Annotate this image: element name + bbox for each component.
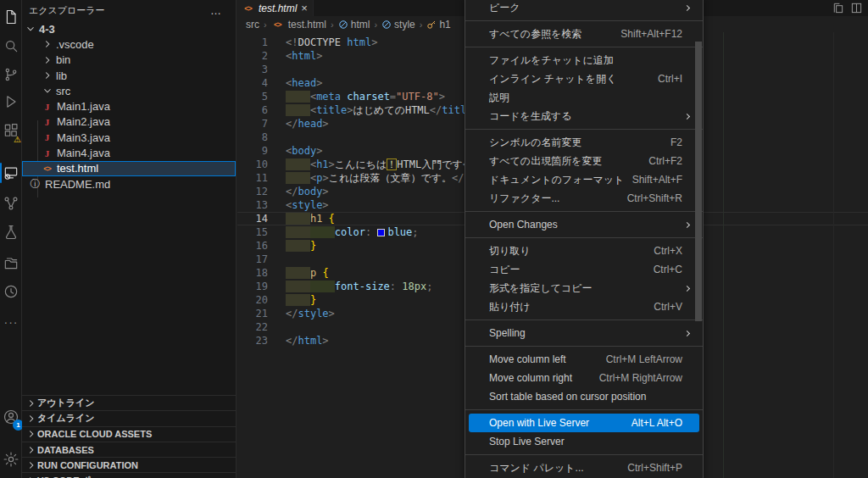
menu-item-[interactable]: 説明: [465, 88, 703, 107]
breadcrumb-separator: ›: [326, 19, 338, 30]
menu-item-move-column-right[interactable]: Move column rightCtrl+M RightArrow: [465, 369, 703, 387]
menu-item-[interactable]: すべての出現箇所を変更Ctrl+F2: [465, 152, 703, 170]
activity-bar: ⚠···1: [0, 0, 22, 478]
menu-item-[interactable]: 貼り付けCtrl+V: [465, 297, 703, 316]
tree-item-lib[interactable]: lib: [22, 68, 236, 83]
menu-item-sort-table-based-on-cursor-position[interactable]: Sort table based on cursor position: [465, 387, 703, 406]
extensions-icon[interactable]: ⚠: [0, 119, 22, 142]
menu-separator: [465, 454, 703, 455]
menu-item-[interactable]: リファクター...Ctrl+Shift+R: [465, 189, 703, 208]
tree-item-bin[interactable]: bin: [22, 53, 236, 68]
account-icon[interactable]: 1: [0, 405, 22, 429]
tab-close-icon[interactable]: ×: [299, 3, 309, 14]
line-number: 14: [237, 212, 268, 225]
section-label: VS CODE ポ: [37, 475, 92, 478]
section-------[interactable]: アウトライン: [22, 395, 236, 410]
breadcrumb-item-html[interactable]: html: [338, 19, 370, 31]
menu-item-stop-live-server[interactable]: Stop Live Server: [465, 432, 703, 451]
tree-item-main1.java[interactable]: JMain1.java: [22, 98, 236, 114]
menu-item-[interactable]: すべての参照を検索Shift+Alt+F12: [465, 25, 703, 43]
color-swatch-blue[interactable]: [377, 229, 385, 236]
open-changes-icon[interactable]: [832, 2, 844, 14]
menu-item-spelling[interactable]: Spelling: [465, 324, 703, 342]
tree-item-src[interactable]: src: [22, 83, 236, 98]
breadcrumb-item-h1[interactable]: h1: [426, 19, 450, 31]
explorer-more-actions-icon[interactable]: …: [210, 4, 229, 17]
breadcrumb-label: test.html: [288, 19, 326, 31]
menu-item-[interactable]: ドキュメントのフォーマットShift+Alt+F: [465, 170, 703, 189]
menu-item-open-changes[interactable]: Open Changes: [465, 215, 703, 234]
menu-item-label: Sort table based on cursor position: [489, 391, 694, 403]
line-number: 16: [237, 239, 268, 253]
explorer-icon[interactable]: [0, 5, 22, 29]
context-menu: ピークすべての参照を検索Shift+Alt+F12ファイルをチャットに追加インラ…: [465, 0, 704, 478]
menu-item-shortcut: Ctrl+C: [654, 264, 694, 275]
menu-item-open-with-live-server[interactable]: Open with Live ServerAlt+L Alt+O: [469, 414, 699, 432]
menu-item-label: シンボルの名前変更: [489, 136, 670, 150]
split-editor-icon[interactable]: [850, 2, 863, 14]
menu-item-[interactable]: 形式を指定してコピー: [465, 279, 703, 297]
menu-item-[interactable]: インライン チャットを開くCtrl+I: [465, 69, 703, 88]
menu-item-move-column-left[interactable]: Move column leftCtrl+M LeftArrow: [465, 350, 703, 369]
breadcrumb-separator: ›: [415, 19, 427, 30]
line-number: 12: [237, 185, 268, 198]
menu-item-shortcut: Ctrl+X: [654, 245, 694, 257]
dependency-graph-icon[interactable]: [0, 192, 22, 215]
section-------[interactable]: タイムライン: [22, 410, 236, 425]
section-databases[interactable]: DATABASES: [22, 442, 236, 457]
explorer-header: エクスプローラー …: [22, 0, 236, 20]
tree-item-main3.java[interactable]: JMain3.java: [22, 130, 236, 145]
settings-gear-icon[interactable]: [0, 447, 22, 471]
menu-item-[interactable]: ピーク: [465, 0, 703, 17]
source-control-icon[interactable]: [0, 63, 22, 86]
section-vs-code--[interactable]: VS CODE ポ: [22, 472, 236, 478]
html-file-icon: <>: [41, 162, 53, 175]
tree-item-main4.java[interactable]: JMain4.java: [22, 145, 236, 160]
section-oracle-cloud-assets[interactable]: ORACLE CLOUD ASSETS: [22, 426, 236, 442]
markdown-file-icon: ⓘ: [29, 177, 42, 191]
search-icon[interactable]: [0, 34, 22, 58]
menu-separator: [465, 409, 703, 410]
more-icon[interactable]: ···: [0, 310, 22, 334]
section-label: タイムライン: [37, 412, 95, 425]
explorer-sidebar: エクスプローラー … 4-3.vscodebinlibsrcJMain1.jav…: [22, 0, 236, 478]
tab-test-html[interactable]: <> test.html ×: [237, 0, 314, 16]
tree-item-test.html[interactable]: <>test.html: [22, 161, 236, 176]
chevron-right-icon: [25, 443, 37, 457]
line-number: 3: [237, 63, 268, 76]
menu-item-label: コードを生成する: [489, 109, 685, 124]
sidebar-sections: アウトラインタイムラインORACLE CLOUD ASSETSDATABASES…: [22, 395, 236, 478]
menu-item-[interactable]: ファイルをチャットに追加: [465, 51, 703, 69]
menu-item-[interactable]: コードを生成する: [465, 107, 703, 125]
breadcrumb-item-style[interactable]: style: [381, 19, 415, 31]
oracle-tools-icon[interactable]: [0, 161, 22, 185]
menu-item-[interactable]: シンボルの名前変更F2: [465, 133, 703, 152]
breadcrumb-item-src[interactable]: src: [246, 19, 259, 31]
tree-item-label: Main4.java: [55, 147, 110, 159]
line-number: 11: [237, 171, 268, 185]
tree-item-.vscode[interactable]: .vscode: [22, 36, 236, 52]
chevron-right-icon: [41, 37, 54, 51]
tree-item-4-3[interactable]: 4-3: [22, 21, 236, 36]
folders-stack-icon[interactable]: [0, 251, 22, 275]
menu-item-label: コピー: [489, 263, 654, 277]
section-label: DATABASES: [37, 445, 94, 455]
file-tree: 4-3.vscodebinlibsrcJMain1.javaJMain2.jav…: [22, 21, 236, 192]
run-debug-icon[interactable]: [0, 90, 22, 114]
tree-item-readme.md[interactable]: ⓘREADME.md: [22, 176, 236, 192]
menu-item-[interactable]: コマンド パレット...Ctrl+Shift+P: [465, 459, 703, 477]
menu-item-[interactable]: 切り取りCtrl+X: [465, 242, 703, 260]
breadcrumb-item-test.html[interactable]: <>test.html: [271, 18, 326, 31]
testing-flask-icon[interactable]: [0, 220, 22, 244]
section-run-configuration[interactable]: RUN CONFIGURATION: [22, 457, 236, 472]
menu-item-[interactable]: コピーCtrl+C: [465, 260, 703, 279]
breadcrumb-label: style: [394, 19, 415, 31]
java-file-icon: J: [41, 147, 53, 160]
editor-actions: [832, 2, 863, 14]
line-number: 17: [237, 253, 268, 266]
tree-item-label: src: [54, 85, 70, 97]
tree-item-main2.java[interactable]: JMain2.java: [22, 114, 236, 130]
clock-circle-icon[interactable]: [0, 280, 22, 303]
chevron-right-icon: [41, 69, 54, 82]
more-icon: ···: [4, 315, 19, 329]
